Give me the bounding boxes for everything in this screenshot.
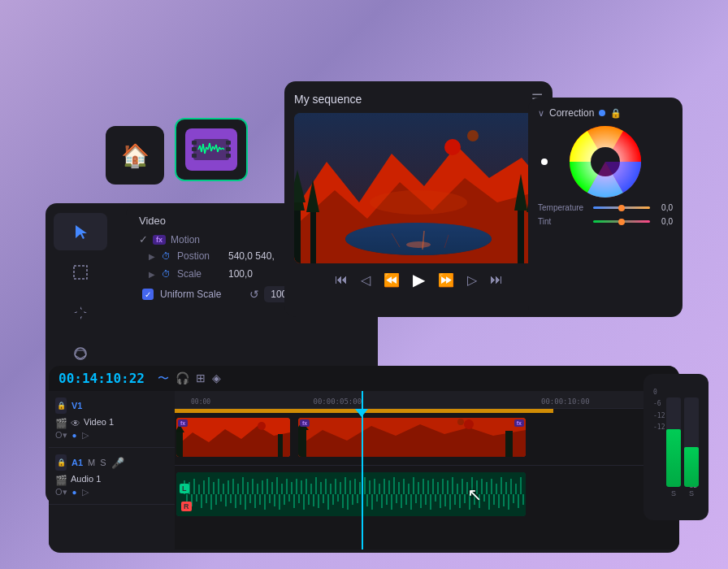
tool-marquee[interactable] [54,254,107,291]
a1-mono: M [88,458,95,467]
meter-fill-s2 [684,447,699,488]
a1-solo[interactable]: S [100,458,106,467]
svg-rect-2 [192,147,197,151]
sequence-header: My sequence ☰ [294,91,543,106]
playhead-top [355,409,368,417]
svg-rect-71 [298,428,306,457]
l-label: L [180,484,189,493]
transport-next-frame[interactable]: ⏩ [438,272,454,288]
meter-bars: S S [666,392,699,497]
clip-fx-1: fx [178,419,188,427]
meters-scale: 0 -6 -12 -12 [653,387,665,434]
a1-mic[interactable]: 🎤 [111,457,124,469]
correction-header: ∨ Correction 🔒 [538,107,673,119]
transport-to-end[interactable]: ⏭ [490,272,503,287]
a1-label-row: 🔒 A1 M S 🎤 🎬 Audio 1 O▾ ● ▷ [49,448,175,505]
transport-bar: ⏮ ◁ ⏪ ▶ ⏩ ▷ ⏭ [294,270,543,289]
timeline-body: 🔒 V1 🎬 👁 Video 1 O▾ ● ▷ 🔒 A1 [49,391,679,549]
audio1-label: Audio 1 [71,474,101,484]
meter-channel-s2: S [684,397,699,497]
v1-lock[interactable]: 🔒 [55,397,67,414]
svg-rect-4 [226,141,231,145]
a1-blend[interactable]: ● [72,488,77,497]
svg-point-56 [370,190,467,215]
a1-opacity[interactable]: O▾ [55,487,67,497]
transport-step-forward[interactable]: ▷ [467,272,477,288]
ruler-mark-0: 00:00 [178,398,223,406]
v1-blend[interactable]: ● [72,431,77,440]
tint-label: Tint [538,217,588,226]
svg-point-55 [467,130,479,141]
v1-label: V1 [72,401,82,410]
tl-tool-wave[interactable]: 〜 [158,371,169,386]
svg-marker-30 [80,306,82,312]
tl-tool-layers[interactable]: ⊞ [196,371,206,386]
meter-bar-s2 [684,397,699,487]
tl-tool-marker[interactable]: ◈ [212,371,221,386]
ruler-mark-1: 00:00:05:00 [223,397,451,406]
svg-rect-67 [278,434,283,457]
tl-tool-headphones[interactable]: 🎧 [176,371,189,386]
r-label: R [181,502,192,511]
track-labels: 🔒 V1 🎬 👁 Video 1 O▾ ● ▷ 🔒 A1 [49,391,175,549]
correction-panel: ∨ Correction 🔒 [528,98,682,317]
transport-prev-frame[interactable]: ⏪ [384,272,400,288]
film-panel[interactable] [175,118,248,181]
svg-rect-47 [518,206,524,263]
v1-controls: O▾ ● ▷ [55,430,168,441]
svg-rect-3 [192,154,197,158]
ruler: 00:00 00:00:05:00 00:00:10:00 [175,391,679,409]
tint-slider[interactable] [593,220,650,223]
svg-rect-5 [226,147,231,151]
video-track: fx fx fx [175,409,679,466]
v1-effects[interactable]: ▷ [82,430,89,441]
transport-to-start[interactable]: ⏮ [335,272,348,287]
svg-marker-31 [80,314,82,319]
svg-rect-65 [176,430,183,457]
position-label: Postion [177,250,222,262]
audio-waveform-l[interactable]: L [176,472,526,516]
audio-meters-panel: 0 -6 -12 -12 dB S S [644,374,708,520]
transport-play[interactable]: ▶ [413,270,425,289]
home-icon[interactable]: 🏠 [121,142,150,169]
sequence-panel: My sequence ☰ [284,81,552,317]
temperature-value: 0,0 [655,203,673,212]
preview-area [294,113,543,263]
v1-label-row: 🔒 V1 🎬 👁 Video 1 O▾ ● ▷ [49,391,175,448]
correction-chevron: ∨ [538,108,544,119]
svg-marker-23 [76,225,87,239]
video-clip-2[interactable]: fx fx [298,418,526,457]
fx-badge: fx [153,235,166,245]
timeline-header: 00:14:10:22 〜 🎧 ⊞ ◈ [49,366,679,391]
clip-fx-3: fx [514,419,524,427]
scale-neg12a: -12 [653,410,665,422]
color-wheel[interactable] [569,125,642,198]
transport-step-back[interactable]: ◁ [361,272,370,288]
v1-opacity[interactable]: O▾ [55,430,67,441]
v1-eye-icon[interactable]: 👁 [71,418,80,429]
home-panel: 🏠 [106,126,164,185]
meter-label-s1: S [671,489,676,497]
color-wheel-selector[interactable] [541,159,548,165]
svg-rect-1 [192,141,197,145]
a1-lock[interactable]: 🔒 [55,454,67,471]
a1-label: A1 [72,458,83,467]
svg-marker-33 [81,311,87,313]
uniform-scale-checkbox[interactable]: ✓ [142,289,154,300]
correction-lock-icon[interactable]: 🔒 [610,108,622,119]
video1-label: Video 1 [84,417,114,427]
a1-controls: O▾ ● ▷ [55,487,168,497]
svg-point-53 [406,241,431,248]
video-clip-1[interactable]: fx [176,418,290,457]
uniform-scale-label: Uniform Scale [160,289,221,300]
scale-0: 0 [653,387,665,398]
scale-neg12b: -12 [653,422,665,433]
tint-row: Tint 0,0 [538,217,673,226]
a1-effects[interactable]: ▷ [82,487,89,497]
tool-select[interactable] [54,213,107,250]
svg-rect-6 [226,154,231,158]
tool-move[interactable] [54,294,107,332]
temperature-slider[interactable] [593,206,650,209]
scale-label: Scale [177,268,222,280]
v1-film-icon: 🎬 [55,418,67,429]
